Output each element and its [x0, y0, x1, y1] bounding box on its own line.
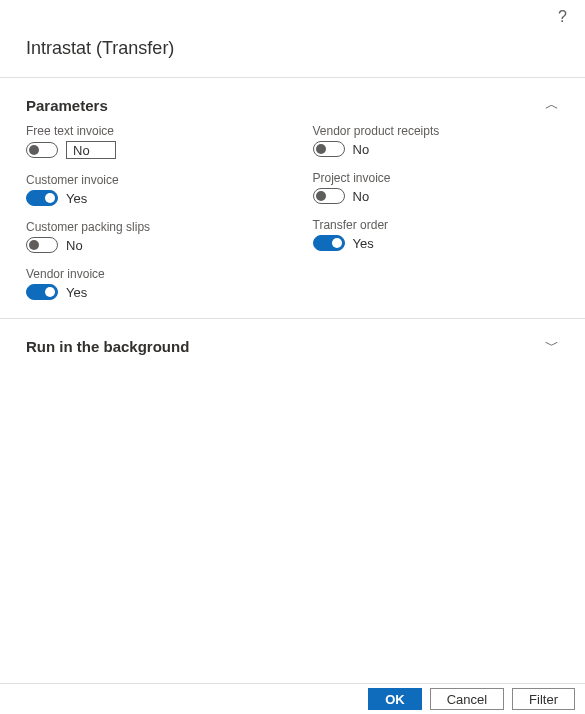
filter-button[interactable]: Filter	[512, 688, 575, 710]
field-customer-packing-slips: Customer packing slips No	[26, 220, 273, 253]
field-free-text-invoice: Free text invoice	[26, 124, 273, 159]
control-free-text-invoice	[26, 141, 273, 159]
parameters-header[interactable]: Parameters ︿	[26, 78, 559, 124]
field-customer-invoice: Customer invoice Yes	[26, 173, 273, 206]
label-vendor-product-receipts: Vendor product receipts	[313, 124, 560, 138]
parameters-body: Free text invoice Customer invoice Yes C…	[26, 124, 559, 318]
cancel-button[interactable]: Cancel	[430, 688, 504, 710]
control-vendor-invoice: Yes	[26, 284, 273, 300]
dialog-footer: OK Cancel Filter	[0, 683, 585, 714]
field-project-invoice: Project invoice No	[313, 171, 560, 204]
label-vendor-invoice: Vendor invoice	[26, 267, 273, 281]
field-transfer-order: Transfer order Yes	[313, 218, 560, 251]
chevron-up-icon: ︿	[545, 96, 559, 114]
ok-button[interactable]: OK	[368, 688, 422, 710]
toggle-vendor-invoice[interactable]	[26, 284, 58, 300]
run-in-background-header[interactable]: Run in the background ﹀	[26, 319, 559, 365]
value-project-invoice: No	[353, 189, 370, 204]
field-vendor-invoice: Vendor invoice Yes	[26, 267, 273, 300]
label-free-text-invoice: Free text invoice	[26, 124, 273, 138]
label-customer-invoice: Customer invoice	[26, 173, 273, 187]
input-free-text-invoice[interactable]	[66, 141, 116, 159]
run-in-background-title: Run in the background	[26, 338, 189, 355]
control-transfer-order: Yes	[313, 235, 560, 251]
control-customer-invoice: Yes	[26, 190, 273, 206]
toggle-transfer-order[interactable]	[313, 235, 345, 251]
label-project-invoice: Project invoice	[313, 171, 560, 185]
parameters-title: Parameters	[26, 97, 108, 114]
control-project-invoice: No	[313, 188, 560, 204]
value-vendor-invoice: Yes	[66, 285, 87, 300]
parameters-col-right: Vendor product receipts No Project invoi…	[313, 124, 560, 300]
dialog-title: Intrastat (Transfer)	[0, 0, 585, 77]
value-transfer-order: Yes	[353, 236, 374, 251]
help-icon[interactable]: ?	[558, 8, 567, 26]
label-transfer-order: Transfer order	[313, 218, 560, 232]
toggle-customer-invoice[interactable]	[26, 190, 58, 206]
parameters-section: Parameters ︿ Free text invoice Customer …	[0, 78, 585, 318]
field-vendor-product-receipts: Vendor product receipts No	[313, 124, 560, 157]
control-vendor-product-receipts: No	[313, 141, 560, 157]
value-customer-invoice: Yes	[66, 191, 87, 206]
toggle-free-text-invoice[interactable]	[26, 142, 58, 158]
chevron-down-icon: ﹀	[545, 337, 559, 355]
toggle-vendor-product-receipts[interactable]	[313, 141, 345, 157]
label-customer-packing-slips: Customer packing slips	[26, 220, 273, 234]
control-customer-packing-slips: No	[26, 237, 273, 253]
value-customer-packing-slips: No	[66, 238, 83, 253]
parameters-col-left: Free text invoice Customer invoice Yes C…	[26, 124, 273, 300]
toggle-customer-packing-slips[interactable]	[26, 237, 58, 253]
value-vendor-product-receipts: No	[353, 142, 370, 157]
run-in-background-section: Run in the background ﹀	[0, 319, 585, 365]
toggle-project-invoice[interactable]	[313, 188, 345, 204]
